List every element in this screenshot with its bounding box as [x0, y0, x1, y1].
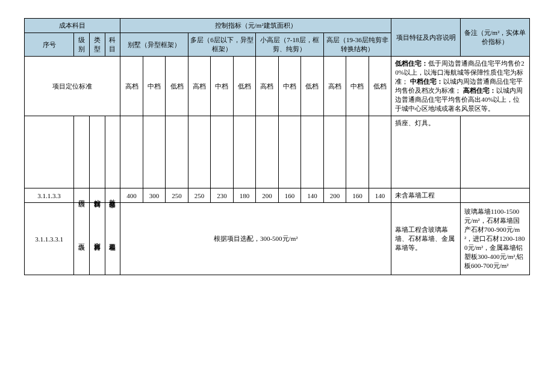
val-cell: 160	[278, 188, 300, 203]
header-note: 备注（元/m²，实体单价指标）	[461, 19, 530, 57]
cell-empty	[461, 116, 530, 188]
row-b-seq: 3.1.1.3.3.1	[25, 203, 74, 275]
val-cell: 400	[120, 188, 143, 203]
cell-empty	[256, 116, 278, 188]
cell-empty	[369, 116, 391, 188]
grade-cell: 中档	[346, 57, 369, 116]
row-b-desc: 幕墙工程含玻璃幕墙、石材幕墙、金属幕墙等。	[391, 203, 461, 275]
pos-label: 项目定位标准	[25, 57, 120, 116]
row-a-seq: 3.1.1.3.3	[25, 188, 74, 203]
grade-cell: 低档	[233, 57, 255, 116]
row-a-level: 四级	[74, 188, 90, 203]
cell-empty	[278, 116, 300, 188]
cell-empty	[233, 116, 255, 188]
header-subject: 科目	[105, 33, 120, 57]
header-cat4: 高层（19-36层纯剪非转换结构）	[323, 33, 391, 57]
header-desc: 项目特征及内容说明	[391, 19, 461, 57]
cell-empty	[143, 116, 165, 188]
row-a-desc: 未含幕墙工程	[391, 188, 461, 203]
grade-cell: 高档	[120, 57, 143, 116]
row-b-merged: 根据项目选配，300-500元/m²	[120, 203, 391, 275]
cell-empty	[346, 116, 369, 188]
grade-cell: 中档	[278, 57, 300, 116]
grade-cell: 高档	[188, 57, 210, 116]
grade-cell: 高档	[256, 57, 278, 116]
header-cost-subject: 成本科目	[25, 19, 120, 33]
header-seq: 序号	[25, 33, 74, 57]
header-type: 类型	[89, 33, 105, 57]
cell-empty	[461, 188, 530, 203]
cell-empty	[74, 116, 90, 188]
cell-empty	[105, 116, 120, 188]
cell-empty	[188, 116, 210, 188]
cell-empty	[166, 116, 188, 188]
val-cell: 250	[188, 188, 210, 203]
cost-indicator-table: 成本科目 控制指标（元/m²建筑面积） 项目特征及内容说明 备注（元/m²，实体…	[24, 18, 530, 275]
val-cell: 140	[301, 188, 323, 203]
row-b-note: 玻璃幕墙1100-1500元/m²，石材幕墙国产石材700-900元/m²，进口…	[461, 203, 530, 275]
header-cat3: 小高层（7-18层，框剪、纯剪）	[256, 33, 323, 57]
grade-cell: 低档	[166, 57, 188, 116]
grade-cell: 高档	[323, 57, 346, 116]
row-a-subject: 外立面装修	[105, 188, 120, 203]
cell-empty	[120, 116, 143, 188]
row-b-level: 五级	[74, 203, 90, 275]
cell-empty	[25, 116, 74, 188]
header-level: 级别	[74, 33, 90, 57]
topnote-desc: 插座、灯具。	[391, 116, 461, 188]
grade-cell: 低档	[369, 57, 391, 116]
grade-cell: 中档	[211, 57, 233, 116]
cell-empty	[323, 116, 346, 188]
row-a-type: 控制科目	[89, 188, 105, 203]
val-cell: 200	[323, 188, 346, 203]
header-cat2: 多层（6层以下，异型框架）	[188, 33, 255, 57]
header-cat1: 别墅（异型框架）	[120, 33, 188, 57]
val-cell: 250	[166, 188, 188, 203]
row-b-type: 测算科目	[89, 203, 105, 275]
val-cell: 140	[369, 188, 391, 203]
cell-empty	[211, 116, 233, 188]
cell-empty	[89, 116, 105, 188]
grade-cell: 低档	[301, 57, 323, 116]
val-cell: 230	[211, 188, 233, 203]
pos-note: 低档住宅：低于周边普通商品住宅平均售价20%以上，以海口海航城等保障性质住宅为标…	[391, 57, 530, 116]
cell-empty	[301, 116, 323, 188]
val-cell: 300	[143, 188, 165, 203]
val-cell: 160	[346, 188, 369, 203]
row-b-subject: 幕墙工程	[105, 203, 120, 275]
val-cell: 180	[233, 188, 255, 203]
header-control-indicator: 控制指标（元/m²建筑面积）	[120, 19, 391, 33]
val-cell: 200	[256, 188, 278, 203]
grade-cell: 中档	[143, 57, 165, 116]
